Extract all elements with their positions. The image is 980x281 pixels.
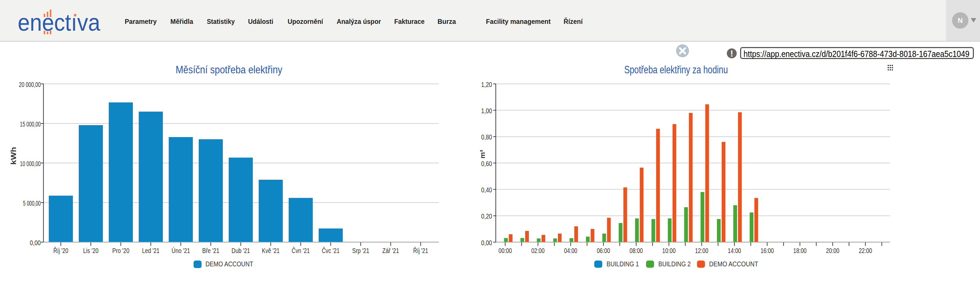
svg-text:Úno '21: Úno '21 (172, 247, 190, 254)
svg-text:10 000,00: 10 000,00 (20, 160, 41, 168)
svg-text:Kvě '21: Kvě '21 (262, 247, 280, 254)
svg-text:Měsíční spotřeba elektřiny: Měsíční spotřeba elektřiny (176, 64, 283, 76)
svg-text:20:00: 20:00 (826, 247, 839, 254)
svg-text:Čvc '21: Čvc '21 (322, 247, 340, 254)
svg-text:Události: Události (248, 18, 273, 25)
svg-text:N: N (958, 17, 963, 24)
svg-text:1,00: 1,00 (481, 107, 492, 115)
svg-text:0,00: 0,00 (30, 239, 41, 247)
svg-text:14:00: 14:00 (728, 247, 741, 254)
svg-text:06:00: 06:00 (597, 247, 610, 254)
svg-text:Bře '21: Bře '21 (202, 247, 220, 254)
svg-text:Lis '20: Lis '20 (83, 247, 99, 254)
svg-text:Pro '20: Pro '20 (113, 247, 129, 254)
svg-text:Led '21: Led '21 (142, 247, 159, 254)
svg-text:02:00: 02:00 (531, 247, 544, 254)
svg-text:Parametry: Parametry (125, 18, 157, 25)
svg-text:DEMO ACCOUNT: DEMO ACCOUNT (205, 260, 253, 268)
svg-text:Fakturace: Fakturace (394, 18, 425, 25)
svg-text:m³: m³ (479, 150, 486, 158)
svg-text:Říj '20: Říj '20 (54, 247, 68, 254)
svg-text:0,60: 0,60 (481, 160, 492, 168)
svg-text:https://app.enectiva.cz/d/b201: https://app.enectiva.cz/d/b201f4f6-6788-… (743, 49, 969, 59)
svg-text:Řízení: Řízení (563, 18, 583, 25)
svg-text:00:00: 00:00 (498, 247, 512, 254)
svg-text:BUILDING 2: BUILDING 2 (658, 260, 691, 268)
svg-text:0,20: 0,20 (481, 212, 492, 220)
svg-text:22:00: 22:00 (859, 247, 872, 254)
svg-text:Měřidla: Měřidla (170, 18, 193, 25)
svg-text:1,20: 1,20 (481, 81, 492, 88)
svg-text:0,80: 0,80 (481, 133, 492, 141)
svg-text:Facility management: Facility management (486, 18, 550, 25)
svg-text:10:00: 10:00 (662, 247, 676, 254)
svg-text:Spotřeba elektřiny za hodinu: Spotřeba elektřiny za hodinu (624, 64, 728, 76)
svg-text:Upozornění: Upozornění (288, 18, 323, 25)
svg-text:0,00: 0,00 (481, 239, 492, 247)
svg-text:!: ! (730, 49, 733, 58)
svg-text:0,40: 0,40 (481, 186, 492, 194)
svg-text:Analýza úspor: Analýza úspor (337, 18, 381, 25)
svg-text:5 000,00: 5 000,00 (23, 200, 41, 207)
svg-text:Srp '21: Srp '21 (352, 247, 369, 254)
svg-text:kWh: kWh (9, 147, 18, 165)
svg-text:Burza: Burza (438, 18, 456, 25)
svg-text:Zář '21: Zář '21 (382, 247, 399, 254)
svg-text:Říj '21: Říj '21 (413, 247, 428, 254)
svg-text:Dub '21: Dub '21 (232, 247, 250, 254)
svg-text:12:00: 12:00 (695, 247, 708, 254)
svg-text:BUILDING 1: BUILDING 1 (606, 260, 639, 268)
svg-text:15 000,00: 15 000,00 (20, 120, 41, 128)
svg-text:04:00: 04:00 (564, 247, 577, 254)
svg-text:08:00: 08:00 (630, 247, 643, 254)
svg-text:16:00: 16:00 (760, 247, 774, 254)
svg-text:Statistiky: Statistiky (207, 18, 235, 25)
svg-text:DEMO ACCOUNT: DEMO ACCOUNT (709, 260, 758, 268)
svg-text:20 000,00: 20 000,00 (19, 81, 41, 88)
svg-text:18:00: 18:00 (793, 247, 807, 254)
svg-text:enectıva: enectıva (18, 9, 100, 36)
svg-text:Čvn '21: Čvn '21 (292, 247, 310, 254)
